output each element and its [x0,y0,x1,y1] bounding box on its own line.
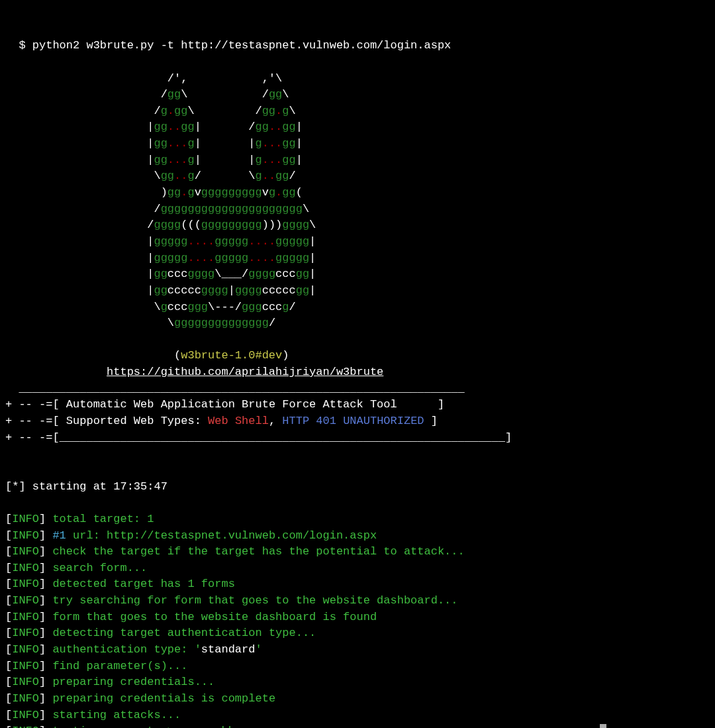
log-level-info: INFO [12,513,39,525]
banner-box-line: + -- -=[ [5,398,66,411]
starting-line: [*] [5,480,32,493]
ascii-art-line: /', ,'\ [5,72,282,85]
log-msg: total target: 1 [52,513,154,525]
start-time: 17:35:47 [113,480,167,493]
auth-type-value: standard [201,643,256,656]
command-line: python2 w3brute.py -t http://testaspnet.… [32,39,452,52]
cursor-icon [600,724,606,728]
terminal[interactable]: $ python2 w3brute.py -t http://testaspne… [5,38,710,728]
target-number: #1 [52,529,66,542]
prompt-char: $ [5,39,32,52]
http-401-label: HTTP 401 UNAUTHORIZED [282,415,424,427]
banner-version: ( [5,349,181,362]
web-shell-label: Web Shell [208,415,269,427]
repo-link[interactable]: https://github.com/aprilahijriyan/w3brut… [107,366,383,378]
